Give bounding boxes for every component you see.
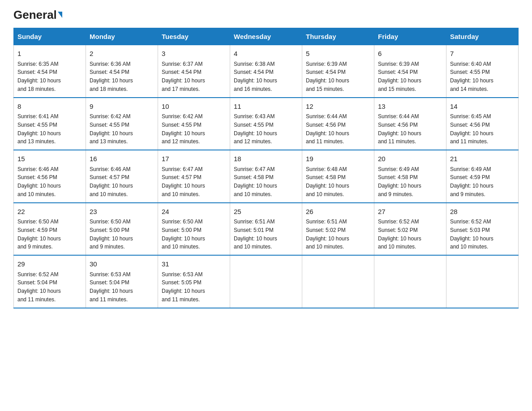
day-number: 20 bbox=[378, 154, 442, 164]
day-number: 30 bbox=[90, 259, 154, 270]
day-number: 1 bbox=[17, 49, 82, 59]
day-number: 6 bbox=[378, 49, 442, 59]
calendar-cell: 12Sunrise: 6:44 AMSunset: 4:56 PMDayligh… bbox=[302, 98, 374, 150]
day-info: Sunrise: 6:52 AMSunset: 5:04 PMDaylight:… bbox=[17, 271, 61, 303]
calendar-cell: 25Sunrise: 6:51 AMSunset: 5:01 PMDayligh… bbox=[230, 203, 302, 256]
day-info: Sunrise: 6:49 AMSunset: 4:59 PMDaylight:… bbox=[450, 166, 493, 197]
calendar-week-row: 22Sunrise: 6:50 AMSunset: 4:59 PMDayligh… bbox=[14, 203, 519, 256]
day-number: 18 bbox=[234, 154, 298, 164]
day-number: 15 bbox=[17, 154, 82, 164]
calendar-table: SundayMondayTuesdayWednesdayThursdayFrid… bbox=[13, 28, 519, 308]
day-number: 3 bbox=[162, 49, 226, 59]
header-sunday: Sunday bbox=[14, 28, 86, 45]
logo: General bbox=[13, 9, 62, 20]
calendar-week-row: 29Sunrise: 6:52 AMSunset: 5:04 PMDayligh… bbox=[14, 255, 519, 308]
day-number: 29 bbox=[17, 259, 82, 270]
calendar-cell: 1Sunrise: 6:35 AMSunset: 4:54 PMDaylight… bbox=[14, 45, 86, 98]
calendar-cell: 24Sunrise: 6:50 AMSunset: 5:00 PMDayligh… bbox=[158, 203, 230, 256]
day-number: 16 bbox=[90, 154, 154, 164]
day-number: 21 bbox=[450, 154, 515, 164]
day-number: 31 bbox=[162, 259, 226, 270]
day-info: Sunrise: 6:36 AMSunset: 4:54 PMDaylight:… bbox=[90, 61, 133, 92]
calendar-header-row: SundayMondayTuesdayWednesdayThursdayFrid… bbox=[14, 28, 519, 45]
calendar-cell: 22Sunrise: 6:50 AMSunset: 4:59 PMDayligh… bbox=[14, 203, 86, 256]
day-number: 23 bbox=[90, 207, 154, 217]
calendar-cell: 3Sunrise: 6:37 AMSunset: 4:54 PMDaylight… bbox=[158, 45, 230, 98]
day-info: Sunrise: 6:45 AMSunset: 4:56 PMDaylight:… bbox=[450, 113, 493, 145]
day-info: Sunrise: 6:50 AMSunset: 5:00 PMDaylight:… bbox=[90, 218, 133, 250]
day-number: 10 bbox=[162, 102, 226, 112]
calendar-cell: 23Sunrise: 6:50 AMSunset: 5:00 PMDayligh… bbox=[86, 203, 158, 256]
calendar-cell bbox=[446, 255, 519, 308]
day-number: 28 bbox=[450, 207, 515, 217]
calendar-week-row: 1Sunrise: 6:35 AMSunset: 4:54 PMDaylight… bbox=[14, 45, 519, 98]
calendar-cell: 6Sunrise: 6:39 AMSunset: 4:54 PMDaylight… bbox=[374, 45, 446, 98]
day-number: 5 bbox=[306, 49, 370, 59]
day-info: Sunrise: 6:40 AMSunset: 4:55 PMDaylight:… bbox=[450, 61, 493, 92]
calendar-cell bbox=[230, 255, 302, 308]
calendar-cell: 5Sunrise: 6:39 AMSunset: 4:54 PMDaylight… bbox=[302, 45, 374, 98]
day-info: Sunrise: 6:35 AMSunset: 4:54 PMDaylight:… bbox=[17, 61, 61, 92]
calendar-cell: 4Sunrise: 6:38 AMSunset: 4:54 PMDaylight… bbox=[230, 45, 302, 98]
day-number: 2 bbox=[90, 49, 154, 59]
day-number: 8 bbox=[17, 102, 82, 112]
day-number: 7 bbox=[450, 49, 515, 59]
day-info: Sunrise: 6:47 AMSunset: 4:58 PMDaylight:… bbox=[234, 166, 277, 197]
day-info: Sunrise: 6:52 AMSunset: 5:03 PMDaylight:… bbox=[450, 218, 493, 250]
day-number: 19 bbox=[306, 154, 370, 164]
day-number: 14 bbox=[450, 102, 515, 112]
page-header: General bbox=[13, 9, 519, 20]
day-info: Sunrise: 6:50 AMSunset: 4:59 PMDaylight:… bbox=[17, 218, 61, 250]
day-number: 13 bbox=[378, 102, 442, 112]
day-info: Sunrise: 6:46 AMSunset: 4:56 PMDaylight:… bbox=[17, 166, 61, 197]
header-saturday: Saturday bbox=[446, 28, 519, 45]
day-info: Sunrise: 6:43 AMSunset: 4:55 PMDaylight:… bbox=[234, 113, 277, 145]
day-info: Sunrise: 6:37 AMSunset: 4:54 PMDaylight:… bbox=[162, 61, 205, 92]
logo-triangle-icon bbox=[58, 12, 62, 18]
day-info: Sunrise: 6:50 AMSunset: 5:00 PMDaylight:… bbox=[162, 218, 205, 250]
calendar-cell: 10Sunrise: 6:42 AMSunset: 4:55 PMDayligh… bbox=[158, 98, 230, 150]
day-number: 17 bbox=[162, 154, 226, 164]
header-monday: Monday bbox=[86, 28, 158, 45]
day-info: Sunrise: 6:51 AMSunset: 5:01 PMDaylight:… bbox=[234, 218, 277, 250]
day-number: 24 bbox=[162, 207, 226, 217]
day-info: Sunrise: 6:41 AMSunset: 4:55 PMDaylight:… bbox=[17, 113, 61, 145]
calendar-cell: 13Sunrise: 6:44 AMSunset: 4:56 PMDayligh… bbox=[374, 98, 446, 150]
day-info: Sunrise: 6:48 AMSunset: 4:58 PMDaylight:… bbox=[306, 166, 349, 197]
calendar-cell: 7Sunrise: 6:40 AMSunset: 4:55 PMDaylight… bbox=[446, 45, 519, 98]
calendar-cell: 17Sunrise: 6:47 AMSunset: 4:57 PMDayligh… bbox=[158, 150, 230, 203]
calendar-cell: 18Sunrise: 6:47 AMSunset: 4:58 PMDayligh… bbox=[230, 150, 302, 203]
calendar-week-row: 8Sunrise: 6:41 AMSunset: 4:55 PMDaylight… bbox=[14, 98, 519, 150]
calendar-cell: 20Sunrise: 6:49 AMSunset: 4:58 PMDayligh… bbox=[374, 150, 446, 203]
day-info: Sunrise: 6:49 AMSunset: 4:58 PMDaylight:… bbox=[378, 166, 421, 197]
day-info: Sunrise: 6:44 AMSunset: 4:56 PMDaylight:… bbox=[306, 113, 349, 145]
day-info: Sunrise: 6:53 AMSunset: 5:05 PMDaylight:… bbox=[162, 271, 205, 303]
calendar-cell: 19Sunrise: 6:48 AMSunset: 4:58 PMDayligh… bbox=[302, 150, 374, 203]
calendar-cell bbox=[302, 255, 374, 308]
calendar-cell: 26Sunrise: 6:51 AMSunset: 5:02 PMDayligh… bbox=[302, 203, 374, 256]
day-info: Sunrise: 6:39 AMSunset: 4:54 PMDaylight:… bbox=[306, 61, 349, 92]
day-number: 27 bbox=[378, 207, 442, 217]
calendar-cell: 28Sunrise: 6:52 AMSunset: 5:03 PMDayligh… bbox=[446, 203, 519, 256]
day-info: Sunrise: 6:51 AMSunset: 5:02 PMDaylight:… bbox=[306, 218, 349, 250]
calendar-cell: 30Sunrise: 6:53 AMSunset: 5:04 PMDayligh… bbox=[86, 255, 158, 308]
day-number: 9 bbox=[90, 102, 154, 112]
logo-general: General bbox=[13, 9, 57, 21]
calendar-cell bbox=[374, 255, 446, 308]
calendar-cell: 27Sunrise: 6:52 AMSunset: 5:02 PMDayligh… bbox=[374, 203, 446, 256]
header-thursday: Thursday bbox=[302, 28, 374, 45]
calendar-cell: 21Sunrise: 6:49 AMSunset: 4:59 PMDayligh… bbox=[446, 150, 519, 203]
day-number: 12 bbox=[306, 102, 370, 112]
header-wednesday: Wednesday bbox=[230, 28, 302, 45]
header-tuesday: Tuesday bbox=[158, 28, 230, 45]
calendar-cell: 15Sunrise: 6:46 AMSunset: 4:56 PMDayligh… bbox=[14, 150, 86, 203]
day-number: 22 bbox=[17, 207, 82, 217]
day-number: 11 bbox=[234, 102, 298, 112]
calendar-cell: 31Sunrise: 6:53 AMSunset: 5:05 PMDayligh… bbox=[158, 255, 230, 308]
day-info: Sunrise: 6:47 AMSunset: 4:57 PMDaylight:… bbox=[162, 166, 205, 197]
header-friday: Friday bbox=[374, 28, 446, 45]
calendar-cell: 16Sunrise: 6:46 AMSunset: 4:57 PMDayligh… bbox=[86, 150, 158, 203]
day-number: 4 bbox=[234, 49, 298, 59]
calendar-cell: 29Sunrise: 6:52 AMSunset: 5:04 PMDayligh… bbox=[14, 255, 86, 308]
calendar-cell: 9Sunrise: 6:42 AMSunset: 4:55 PMDaylight… bbox=[86, 98, 158, 150]
